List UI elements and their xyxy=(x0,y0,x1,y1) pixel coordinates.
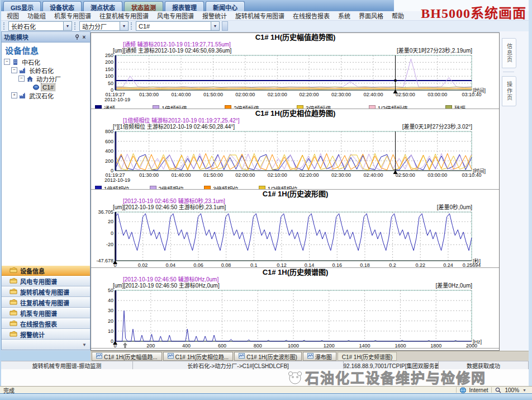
tree-expander-icon[interactable]: − xyxy=(18,76,25,82)
bottom-tab-C1# 1H(历史幅值趋...[interactable]: C1# 1H(历史幅值趋... xyxy=(92,352,162,361)
svg-text:40: 40 xyxy=(108,298,113,303)
combo-select-2[interactable]: 动力分厂▼ xyxy=(79,21,129,31)
combo-dropdown-arrow[interactable]: ▼ xyxy=(211,22,219,30)
nav-collapse-bar[interactable]: ▼ xyxy=(2,340,90,350)
legend-swatch xyxy=(153,105,159,109)
plot-history-phase-trend[interactable]: 020040060080001:19:2701:30:0001:40:0001:… xyxy=(92,130,497,183)
bottom-tab-C1# 1H(历史相位趋...[interactable]: C1# 1H(历史相位趋... xyxy=(163,352,234,361)
menu-item-机泵专用图谱[interactable]: 机泵专用图谱 xyxy=(54,11,91,20)
svg-text:[Hz]: [Hz] xyxy=(473,339,482,345)
menu-item-帮助[interactable]: 帮助 xyxy=(392,11,404,20)
pin-icon[interactable] xyxy=(73,34,80,41)
svg-text:0.02: 0.02 xyxy=(138,262,148,268)
plot-history-amplitude-trend[interactable]: 05010015020025001:19:2701:30:0001:40:000… xyxy=(92,54,497,102)
menu-item-旋转机械专用图谱[interactable]: 旋转机械专用图谱 xyxy=(235,11,284,20)
bottom-tab-label: C1# 1H(历史幅值趋... xyxy=(104,352,158,361)
legend-label: 2倍频幅值 xyxy=(234,104,259,109)
top-tab-设备状态[interactable]: 设备状态 xyxy=(42,1,82,12)
svg-text:0.06: 0.06 xyxy=(193,262,203,268)
menu-item-界面风格[interactable]: 界面风格 xyxy=(359,11,383,20)
tree-item-武汉石化[interactable]: +武汉石化 xyxy=(3,91,89,100)
zoom-dropdown-arrow[interactable]: ▼ xyxy=(522,388,526,392)
nav-button-报警统计[interactable]: 报警统计 xyxy=(2,329,90,340)
svg-text:0.08: 0.08 xyxy=(221,262,231,268)
nav-button-风电专用图谱[interactable]: 风电专用图谱 xyxy=(2,276,90,286)
menu-item-在线报告报表[interactable]: 在线报告报表 xyxy=(293,11,330,20)
home-icon xyxy=(26,76,34,82)
svg-text:800: 800 xyxy=(105,130,113,134)
status-segment-1: 旋转机械专用图谱-振动监测 xyxy=(1,361,133,369)
nav-button-往复机械专用图谱[interactable]: 往复机械专用图谱 xyxy=(2,297,90,308)
svg-text:02:10:00: 02:10:00 xyxy=(268,92,287,97)
toolbar-splitter xyxy=(222,21,228,31)
menu-item-往复机械专用图谱[interactable]: 往复机械专用图谱 xyxy=(99,11,149,20)
legend-item-3倍频幅值: 3倍频幅值 xyxy=(297,104,331,109)
top-tab-状态监测[interactable]: 状态监测 xyxy=(124,1,163,12)
top-tab-报表管理[interactable]: 报表管理 xyxy=(165,1,204,12)
menu-item-报警统计[interactable]: 报警统计 xyxy=(202,11,227,20)
svg-text:01:40:00: 01:40:00 xyxy=(172,92,191,97)
cursor-delta-label: [差量0秒,0um] xyxy=(437,204,472,210)
svg-text:0.1: 0.1 xyxy=(250,262,258,268)
chart-tab-icon xyxy=(168,353,174,360)
chart-tab-icon xyxy=(307,353,314,360)
nav-button-旋转机械专用图谱[interactable]: 旋转机械专用图谱 xyxy=(2,286,90,297)
nav-button-在线报告报表[interactable]: 在线报告报表 xyxy=(2,318,90,329)
combo-select-3[interactable]: C1#▼ xyxy=(136,21,220,31)
cursor-main-row: [um][2012-10-19 02:46:50 主游标0秒,23.1um][差… xyxy=(92,204,499,210)
svg-text:1200: 1200 xyxy=(324,343,335,349)
factory-icon xyxy=(19,67,26,74)
tree-item-中石化[interactable]: −中石化 xyxy=(3,58,89,66)
combo-select-1[interactable]: 长岭石化▼ xyxy=(8,21,72,31)
legend-label: 3倍频相位 xyxy=(213,185,239,190)
tree-item-label: C1# xyxy=(41,84,55,91)
nav-button-机泵专用图谱[interactable]: 机泵专用图谱 xyxy=(2,308,90,318)
legend-label: 1/2倍频相位 xyxy=(268,185,298,190)
menu-item-风电专用图谱[interactable]: 风电专用图谱 xyxy=(157,11,194,20)
svg-text:01:40:00: 01:40:00 xyxy=(172,172,191,178)
svg-text:-47.678: -47.678 xyxy=(96,258,113,263)
vertical-tab-操作页[interactable]: 操作页 xyxy=(502,76,516,106)
tree-expander-icon[interactable]: − xyxy=(4,59,10,65)
bottom-tab-C1# 1H(历史频谱图)[interactable]: C1# 1H(历史频谱图) xyxy=(338,352,397,361)
tree-item-长岭石化[interactable]: −长岭石化 xyxy=(3,66,89,74)
top-tab-新闻中心[interactable]: 新闻中心 xyxy=(206,1,245,12)
combo-dropdown-arrow[interactable]: ▼ xyxy=(63,22,72,30)
browser-zoom-level[interactable]: 100% xyxy=(505,387,519,393)
legend-swatch xyxy=(445,105,452,109)
tree-expander-icon[interactable]: − xyxy=(11,67,17,73)
nav-button-设备信息[interactable]: 设备信息 xyxy=(2,265,90,276)
sidebar-nav: 设备信息风电专用图谱旋转机械专用图谱往复机械专用图谱机泵专用图谱在线报告报表报警… xyxy=(2,265,90,340)
bottom-tab-瀑布图[interactable]: 瀑布图 xyxy=(303,352,336,361)
legend-swatch xyxy=(259,186,265,190)
tree-item-C1#[interactable]: C1# xyxy=(3,83,89,91)
svg-text:0: 0 xyxy=(111,230,113,236)
folder-icon xyxy=(10,320,17,327)
cursor-aux-label: [2012-10-19 02:46:50 辅游标0秒,23.1um] xyxy=(92,198,499,204)
top-tab-GIS显示[interactable]: GIS显示 xyxy=(3,1,41,12)
close-icon[interactable]: × xyxy=(80,34,88,41)
svg-text:0.2: 0.2 xyxy=(389,262,396,268)
plot-history-waveform[interactable]: 36.705200-20-47.67800.020.040.060.080.10… xyxy=(92,210,497,268)
svg-text:200: 200 xyxy=(105,158,113,164)
nav-button-label: 旋转机械专用图谱 xyxy=(20,288,69,297)
bottom-tab-C1# 1H(历史波形图)[interactable]: C1# 1H(历史波形图) xyxy=(234,352,302,361)
menu-item-系统[interactable]: 系统 xyxy=(338,11,350,20)
combo-dropdown-arrow[interactable]: ▼ xyxy=(120,22,128,30)
menu-item-视图[interactable]: 视图 xyxy=(7,11,19,20)
svg-text:02:20:00: 02:20:00 xyxy=(300,172,319,178)
tree-item-动力分厂[interactable]: −动力分厂 xyxy=(3,74,89,83)
plot-history-spectrum[interactable]: 0102030405002004006008001000120014001600… xyxy=(92,289,497,349)
cursor-main-row: [um][通频 主游标2012-10-19 02:46:50,69.36um][… xyxy=(92,48,499,54)
top-tab-测点状态[interactable]: 测点状态 xyxy=(83,1,122,12)
vertical-tab-信息页[interactable]: 信息页 xyxy=(502,38,516,68)
svg-text:400: 400 xyxy=(105,148,113,154)
bottom-tab-label: C1# 1H(历史波形图) xyxy=(246,352,297,361)
toolbar-grip xyxy=(131,22,134,30)
tree-expander-icon[interactable]: + xyxy=(11,92,17,98)
legend-item-1倍频幅值: 1倍频幅值 xyxy=(153,104,187,109)
legend-swatch xyxy=(204,186,211,190)
svg-text:01:50:00: 01:50:00 xyxy=(203,172,223,178)
tree-item-label: 长岭石化 xyxy=(28,66,55,75)
menu-item-功能组[interactable]: 功能组 xyxy=(27,11,46,20)
